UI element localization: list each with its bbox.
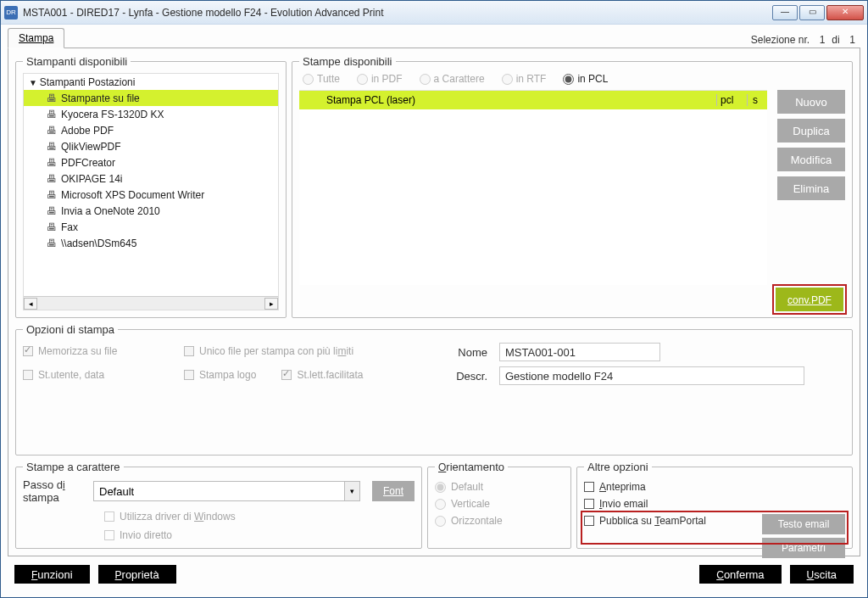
app-window: DR MSTA001 - DIRED17 - Lynfa - Gestione … [0,0,868,598]
ori-verticale: Verticale [435,495,564,512]
stampe-row-flag: s [747,94,767,106]
printer-tree[interactable]: Stampanti Postazioni 🖶Stampante su file … [23,73,279,310]
printer-icon: 🖶 [46,141,58,153]
printer-icon: 🖶 [46,238,58,249]
app-icon: DR [4,6,18,20]
nuovo-button[interactable]: Nuovo [777,90,845,114]
stampe-list[interactable]: Stampa PCL (laser) pcl s [299,90,767,285]
printer-icon: 🖶 [46,221,58,233]
printer-item[interactable]: 🖶Stampante su file [24,90,278,106]
parametri-button[interactable]: Parametri [762,538,845,558]
chk-st-facilitata: St.lett.facilitata [281,369,363,381]
ori-default: Default [435,478,564,495]
tree-hscrollbar[interactable]: ◂ ▸ [24,296,278,310]
printers-legend: Stampanti disponibili [23,55,131,68]
duplica-button[interactable]: Duplica [777,119,845,143]
char-fieldset: Stampe a carattere Passo distampa ▾ Font… [15,461,422,549]
printer-icon: 🖶 [46,125,58,137]
opzioni-legend: Opzioni di stampa [23,323,118,336]
passo-input[interactable] [93,481,345,501]
stampe-legend: Stampe disponibili [299,55,396,68]
chk-anteprima[interactable]: Anteprima [584,478,845,495]
passo-combo[interactable]: ▾ [93,481,360,501]
conferma-button[interactable]: Conferma [699,565,781,584]
chk-invio-email[interactable]: Invio email [584,495,845,512]
altre-fieldset: Altre opzioni Anteprima Invio email Pubb… [576,461,853,549]
printer-icon: 🖶 [46,109,58,120]
printer-item[interactable]: 🖶\\adsen\DSm645 [24,235,278,251]
chk-unico-file: Unico file per stampa con più limiti [184,341,404,361]
titlebar: DR MSTA001 - DIRED17 - Lynfa - Gestione … [1,1,867,25]
chevron-down-icon[interactable]: ▾ [345,481,360,501]
tab-stampa[interactable]: Stampa [8,28,64,48]
stampe-row[interactable]: Stampa PCL (laser) pcl s [299,91,767,109]
filter-radios: Tutte in PDF a Carattere in RTF in PCL [299,73,845,90]
scroll-right-icon[interactable]: ▸ [264,298,278,310]
printer-item[interactable]: 🖶Fax [24,219,278,235]
opzioni-fieldset: Opzioni di stampa Memorizza su file Unic… [15,323,853,455]
proprieta-button[interactable]: Proprietà [98,565,176,584]
printer-icon: 🖶 [46,189,58,201]
scroll-left-icon[interactable]: ◂ [24,298,37,310]
nome-input[interactable] [499,343,660,361]
char-legend: Stampe a carattere [23,461,124,473]
filter-rtf: in RTF [502,73,547,85]
conv-pdf-button[interactable]: conv.PDF [776,288,843,311]
modifica-button[interactable]: Modifica [777,148,845,171]
printer-item[interactable]: 🖶Adobe PDF [24,122,278,138]
client-area: Stampa Selezione nr. 1 di 1 Stampanti di… [1,25,867,597]
passo-label: Passo distampa [23,478,86,504]
printers-fieldset: Stampanti disponibili Stampanti Postazio… [15,55,287,318]
nome-label: Nome [437,346,487,359]
minimize-button[interactable]: — [772,5,798,20]
close-button[interactable]: ✕ [826,5,864,20]
filter-tutte: Tutte [303,73,340,85]
chk-memorizza: Memorizza su file [23,341,167,361]
descr-label: Descr. [437,370,487,383]
selection-info: Selezione nr. 1 di 1 [751,29,860,48]
stampe-row-fmt: pcl [716,94,747,106]
printer-item[interactable]: 🖶OKIPAGE 14i [24,170,278,187]
chk-driver-windows: Utilizza driver di Windows [23,504,415,523]
printer-item[interactable]: 🖶PDFCreator [24,154,278,170]
funzioni-button[interactable]: Funzioni [14,565,90,584]
elimina-button[interactable]: Elimina [777,176,845,200]
printer-item[interactable]: 🖶Microsoft XPS Document Writer [24,187,278,203]
printer-icon: 🖶 [46,92,58,104]
chk-st-utente: St.utente, data [23,365,167,385]
window-title: MSTA001 - DIRED17 - Lynfa - Gestione mod… [23,7,384,19]
stampe-fieldset: Stampe disponibili Tutte in PDF a Caratt… [292,55,853,318]
filter-carattere: a Carattere [420,73,485,85]
chk-stampa-logo: Stampa logo [184,369,256,381]
orientamento-fieldset: Orientamento Default Verticale Orizzonta… [427,461,571,549]
maximize-button[interactable]: ▭ [799,5,825,20]
font-button[interactable]: Font [372,481,415,501]
uscita-button[interactable]: Uscita [790,565,854,584]
tree-root[interactable]: Stampanti Postazioni [24,74,278,90]
altre-legend: Altre opzioni [584,461,652,473]
window-buttons: — ▭ ✕ [772,5,864,20]
stampe-side-buttons: Nuovo Duplica Modifica Elimina [777,90,845,200]
printer-icon: 🖶 [46,173,58,185]
stampe-row-name: Stampa PCL (laser) [325,94,716,106]
filter-pcl[interactable]: in PCL [563,73,608,85]
printer-icon: 🖶 [46,205,58,217]
main-panel: Stampanti disponibili Stampanti Postazio… [8,48,860,556]
conv-pdf-highlight: conv.PDF [772,284,847,315]
filter-pdf: in PDF [357,73,403,85]
chk-invio-diretto: Invio diretto [23,523,415,541]
footer: Funzioni Proprietà Conferma Uscita [8,556,860,594]
tab-row: Stampa Selezione nr. 1 di 1 [8,28,860,48]
printer-item[interactable]: 🖶QlikViewPDF [24,138,278,154]
ori-orizzontale: Orizzontale [435,512,564,529]
printer-icon: 🖶 [46,157,58,169]
printer-item[interactable]: 🖶Kyocera FS-1320D KX [24,106,278,122]
descr-input[interactable] [499,366,804,385]
testo-email-button[interactable]: Testo email [762,514,845,534]
printer-item[interactable]: 🖶Invia a OneNote 2010 [24,203,278,219]
